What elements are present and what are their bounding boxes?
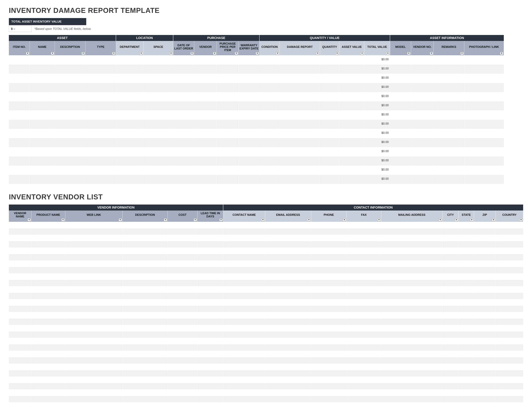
filter-dropdown-icon[interactable] (140, 52, 143, 55)
table-cell[interactable]: $0.00 (364, 74, 390, 83)
filter-dropdown-icon[interactable] (28, 218, 31, 221)
table-cell[interactable] (381, 338, 443, 345)
column-header[interactable]: VENDOR (194, 41, 217, 56)
table-cell[interactable] (86, 92, 116, 101)
table-cell[interactable] (9, 235, 31, 241)
table-cell[interactable] (464, 120, 504, 129)
table-cell[interactable] (265, 357, 311, 364)
filter-dropdown-icon[interactable] (386, 52, 390, 55)
table-cell[interactable] (443, 357, 459, 364)
table-cell[interactable] (260, 175, 280, 184)
table-cell[interactable] (411, 83, 434, 92)
table-cell[interactable] (347, 332, 381, 338)
table-cell[interactable] (443, 280, 459, 286)
table-cell[interactable] (411, 56, 434, 65)
table-cell[interactable] (65, 299, 123, 306)
table-cell[interactable] (311, 377, 347, 383)
table-cell[interactable] (311, 267, 347, 273)
table-cell[interactable] (9, 222, 31, 228)
column-header[interactable]: PURCHASE PRICE PER ITEM (217, 41, 238, 56)
table-cell[interactable] (173, 166, 194, 175)
table-cell[interactable] (434, 83, 464, 92)
column-header[interactable]: COST (168, 211, 198, 222)
table-cell[interactable] (31, 261, 65, 267)
table-cell[interactable] (9, 286, 31, 293)
table-cell[interactable] (474, 383, 496, 390)
table-cell[interactable] (9, 293, 31, 299)
table-cell[interactable] (339, 129, 364, 138)
table-cell[interactable] (381, 325, 443, 332)
table-cell[interactable] (339, 74, 364, 83)
table-cell[interactable] (168, 312, 198, 319)
table-cell[interactable] (65, 364, 123, 370)
table-cell[interactable] (390, 74, 411, 83)
table-cell[interactable] (194, 147, 217, 157)
table-cell[interactable] (434, 147, 464, 157)
table-cell[interactable] (198, 332, 223, 338)
table-cell[interactable] (474, 332, 496, 338)
table-cell[interactable] (65, 254, 123, 261)
table-cell[interactable] (381, 293, 443, 299)
table-cell[interactable] (217, 111, 238, 120)
table-cell[interactable] (123, 261, 168, 267)
table-cell[interactable] (260, 129, 280, 138)
table-cell[interactable] (198, 306, 223, 312)
table-cell[interactable] (31, 345, 65, 351)
table-cell[interactable] (238, 65, 260, 74)
table-cell[interactable] (168, 325, 198, 332)
table-cell[interactable] (311, 235, 347, 241)
table-cell[interactable] (9, 83, 30, 92)
table-cell[interactable] (459, 261, 474, 267)
table-cell[interactable] (223, 280, 265, 286)
table-cell[interactable] (9, 299, 31, 306)
table-cell[interactable] (381, 286, 443, 293)
table-cell[interactable] (194, 111, 217, 120)
table-cell[interactable] (474, 325, 496, 332)
table-cell[interactable] (238, 129, 260, 138)
table-cell[interactable] (459, 241, 474, 248)
table-cell[interactable] (9, 396, 31, 402)
table-cell[interactable] (260, 138, 280, 147)
column-header[interactable]: NAME (30, 41, 55, 56)
table-cell[interactable] (123, 222, 168, 228)
table-cell[interactable] (116, 166, 143, 175)
table-cell[interactable] (168, 286, 198, 293)
table-cell[interactable] (474, 319, 496, 325)
table-cell[interactable] (280, 56, 320, 65)
table-cell[interactable] (123, 345, 168, 351)
table-cell[interactable] (9, 377, 31, 383)
table-cell[interactable] (496, 357, 523, 364)
table-cell[interactable] (123, 338, 168, 345)
table-cell[interactable] (280, 92, 320, 101)
table-cell[interactable] (311, 248, 347, 254)
table-cell[interactable] (347, 396, 381, 402)
table-cell[interactable]: $0.00 (364, 111, 390, 120)
column-header[interactable]: TOTAL VALUE (364, 41, 390, 56)
table-cell[interactable] (217, 120, 238, 129)
table-cell[interactable] (496, 248, 523, 254)
table-cell[interactable] (168, 267, 198, 273)
table-cell[interactable]: $0.00 (364, 65, 390, 74)
table-cell[interactable] (238, 92, 260, 101)
table-cell[interactable] (381, 235, 443, 241)
table-cell[interactable] (311, 312, 347, 319)
table-cell[interactable] (260, 157, 280, 166)
table-cell[interactable] (496, 351, 523, 357)
table-cell[interactable] (65, 280, 123, 286)
filter-dropdown-icon[interactable] (377, 218, 381, 221)
table-cell[interactable] (143, 74, 173, 83)
table-cell[interactable] (260, 111, 280, 120)
column-header[interactable]: VENDOR NO. (411, 41, 434, 56)
filter-dropdown-icon[interactable] (455, 218, 458, 221)
table-cell[interactable] (31, 267, 65, 273)
table-cell[interactable] (65, 396, 123, 402)
table-cell[interactable] (311, 293, 347, 299)
table-cell[interactable] (311, 261, 347, 267)
table-cell[interactable] (238, 111, 260, 120)
table-cell[interactable] (173, 83, 194, 92)
table-cell[interactable] (390, 166, 411, 175)
filter-dropdown-icon[interactable] (430, 52, 433, 55)
table-cell[interactable] (311, 351, 347, 357)
table-cell[interactable] (320, 166, 339, 175)
table-cell[interactable] (381, 267, 443, 273)
